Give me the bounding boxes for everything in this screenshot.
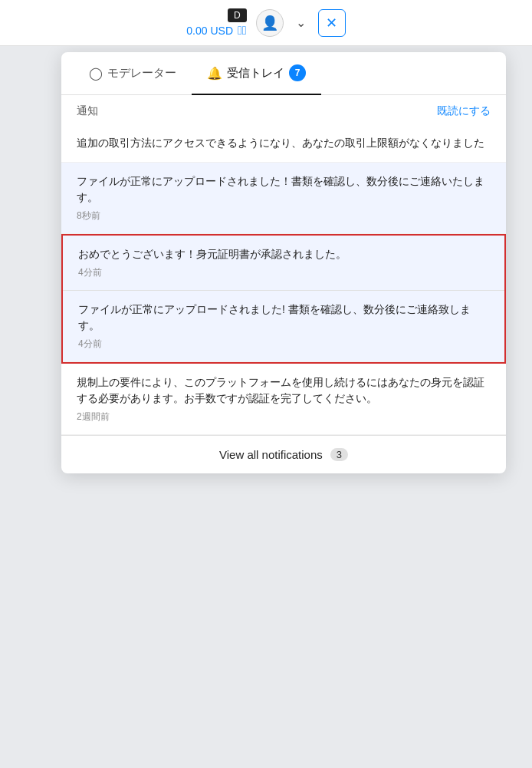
notifications-label: 通知 [77, 104, 98, 118]
notification-text: ファイルが正常にアップロードされました！書類を確認し、数分後にご連絡いたします。 [77, 175, 484, 203]
notification-text: おめでとうございます！身元証明書が承認されました。 [78, 248, 346, 260]
tab-moderator[interactable]: ◯ モデレーター [74, 52, 192, 95]
tab-moderator-label: モデレーター [107, 66, 176, 81]
account-label: D [228, 8, 247, 22]
notification-item: ファイルが正常にアップロードされました！書類を確認し、数分後にご連絡いたします。… [61, 163, 506, 234]
notification-time: 8秒前 [77, 209, 491, 222]
notification-text: 追加の取引方法にアクセスできるようになり、あなたの取引上限額がなくなりました [77, 137, 484, 149]
notifications-header: 通知 既読にする [61, 95, 506, 124]
notification-time: 4分前 [78, 265, 489, 279]
bell-icon: 🔔 [207, 66, 222, 81]
view-all-label: View all notifications [219, 448, 323, 461]
tabs-row: ◯ モデレーター 🔔 受信トレイ 7 [61, 52, 506, 95]
avatar-button[interactable]: 👤 [256, 9, 284, 37]
notification-time: 4分前 [78, 337, 489, 351]
inbox-badge: 7 [289, 64, 306, 81]
close-button[interactable]: ✕ [318, 9, 346, 37]
view-all-count: 3 [330, 448, 348, 461]
tab-inbox-label: 受信トレイ [227, 66, 284, 81]
balance-value: 0.00 USD [186, 25, 233, 37]
notification-time: 2週間前 [77, 410, 491, 424]
notification-text: 規制上の要件により、このプラットフォームを使用し続けるにはあなたの身元を認証する… [77, 376, 484, 404]
notification-text: ファイルが正常にアップロードされました! 書類を確認し、数分後にご連絡致します。 [78, 303, 471, 331]
dropdown-panel: ◯ モデレーター 🔔 受信トレイ 7 通知 既読にする 追加の取引方法にアクセス… [61, 52, 506, 473]
notification-item: 追加の取引方法にアクセスできるようになり、あなたの取引上限額がなくなりました [61, 124, 506, 163]
view-all-notifications-button[interactable]: View all notifications 3 [61, 435, 506, 473]
notification-item: ファイルが正常にアップロードされました! 書類を確認し、数分後にご連絡致します。… [63, 291, 504, 362]
tab-inbox[interactable]: 🔔 受信トレイ 7 [192, 52, 321, 95]
balance-row: 0.00 USD 👁̸ [186, 24, 246, 38]
avatar-icon: 👤 [261, 15, 278, 31]
highlighted-group: おめでとうございます！身元証明書が承認されました。 4分前 ファイルが正常にアッ… [61, 234, 506, 364]
notification-item: おめでとうございます！身元証明書が承認されました。 4分前 [63, 236, 504, 291]
chevron-down-button[interactable]: ⌄ [293, 12, 309, 33]
eye-slash-icon[interactable]: 👁̸ [238, 24, 247, 38]
balance-area: D 0.00 USD 👁̸ [186, 8, 246, 38]
moderator-icon: ◯ [89, 66, 103, 81]
mark-read-link[interactable]: 既読にする [437, 104, 491, 118]
top-bar: D 0.00 USD 👁̸ 👤 ⌄ ✕ [0, 0, 532, 46]
notification-item: 規制上の要件により、このプラットフォームを使用し続けるにはあなたの身元を認証する… [61, 364, 506, 435]
